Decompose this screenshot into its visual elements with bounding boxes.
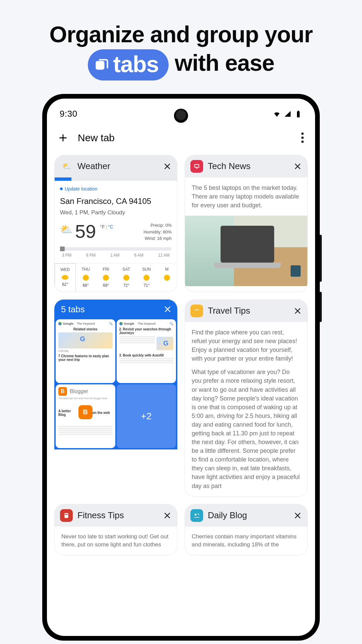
weather-temp: 59: [75, 222, 96, 241]
close-icon[interactable]: [293, 511, 302, 520]
tab-fitness-tips[interactable]: Fitness Tips Never too late to start wor…: [54, 504, 177, 555]
weather-forecast-row: WED62°THU68°FRI69°SAT72°SUN71°M: [55, 263, 177, 292]
weather-location: San Francisco, CA 94105: [60, 196, 172, 207]
forecast-day[interactable]: FRI69°: [96, 263, 116, 292]
tech-thumbnail: [185, 216, 307, 286]
tabs-icon: [95, 57, 109, 71]
update-location-link[interactable]: Update location: [60, 185, 172, 192]
weather-units[interactable]: °F|°C: [100, 223, 113, 230]
fitness-icon: [60, 509, 73, 522]
close-icon[interactable]: [163, 162, 172, 171]
forecast-day[interactable]: M: [157, 263, 177, 292]
svg-rect-2: [298, 111, 299, 112]
plus-icon: [58, 133, 68, 143]
svg-rect-1: [297, 111, 300, 117]
tab-weather[interactable]: ⛅ Weather Update location San Francisco,…: [54, 155, 177, 292]
blog-blurb: Cherries contain many important vitamins…: [185, 527, 307, 555]
beach-icon: [190, 509, 203, 522]
palm-tree-icon: [190, 305, 203, 317]
tab-daily-blog[interactable]: Daily Blog Cherries contain many importa…: [185, 504, 308, 555]
grouped-tab-thumbnail[interactable]: Google The Keyword🔍 Related stories CHRO…: [56, 319, 115, 383]
grouped-tab-thumbnail[interactable]: BBlogger The latest tips and news from t…: [56, 384, 115, 448]
tech-blurb: The 5 best laptops on the market today. …: [192, 183, 301, 210]
close-icon[interactable]: [293, 307, 302, 315]
tab-grid: ⛅ Weather Update location San Francisco,…: [47, 148, 315, 555]
monitor-icon: [190, 160, 203, 173]
svg-rect-8: [195, 165, 199, 167]
svg-rect-17: [65, 514, 67, 515]
forecast-day[interactable]: THU68°: [76, 263, 96, 292]
travel-p2: What type of vacationer are you? Do you …: [192, 368, 301, 490]
battery-icon: [294, 110, 302, 118]
weather-when: Wed, 1 PM, Partly Cloudy: [60, 209, 172, 217]
weather-icon: ⛅: [60, 160, 73, 173]
svg-rect-0: [96, 62, 104, 69]
cell-signal-icon: [284, 110, 292, 118]
camera-hole: [174, 109, 188, 123]
forecast-day[interactable]: WED62°: [55, 263, 76, 292]
tab-group-5-tabs[interactable]: 5 tabs Google The Keyword🔍 Related stori…: [54, 300, 177, 497]
weather-time-slider[interactable]: [60, 247, 172, 251]
close-icon[interactable]: [293, 162, 302, 171]
wifi-icon: [273, 110, 281, 118]
more-menu-button[interactable]: [301, 132, 304, 143]
new-tab-button[interactable]: New tab: [58, 132, 115, 144]
svg-rect-16: [65, 513, 68, 518]
status-time: 9:30: [60, 109, 77, 119]
tabs-pill: tabs: [88, 49, 169, 80]
fitness-blurb: Never too late to start working out! Get…: [55, 527, 177, 555]
close-icon[interactable]: [163, 511, 172, 520]
close-icon[interactable]: [163, 305, 172, 314]
grouped-tab-more[interactable]: +2: [117, 384, 176, 448]
travel-p1: Find the place where you can rest, refue…: [192, 328, 301, 363]
tab-switcher-header: New tab: [47, 123, 315, 148]
partly-cloudy-icon: ⛅: [60, 222, 72, 237]
forecast-day[interactable]: SAT72°: [116, 263, 137, 292]
forecast-day[interactable]: SUN71°: [136, 263, 157, 292]
phone-frame: 9:30 New tab ⛅ Weather: [42, 94, 320, 641]
new-tab-label: New tab: [78, 132, 115, 144]
svg-point-20: [195, 514, 197, 516]
svg-rect-9: [196, 168, 198, 168]
marketing-headline: Organize and group your tabs with ease: [0, 0, 362, 80]
tab-tech-news[interactable]: Tech News The 5 best laptops on the mark…: [185, 155, 308, 292]
weather-hours: 3 PM 8 PM 1 AM 6 AM 11 AM: [60, 253, 172, 263]
tab-travel-tips[interactable]: Travel Tips Find the place where you can…: [185, 300, 308, 497]
weather-stats: Precip: 0% Humidity: 80% Wind: 16 mph: [143, 222, 172, 242]
grouped-tab-thumbnail[interactable]: Google The Keyword🔍 2. Revisit your sear…: [117, 319, 176, 383]
